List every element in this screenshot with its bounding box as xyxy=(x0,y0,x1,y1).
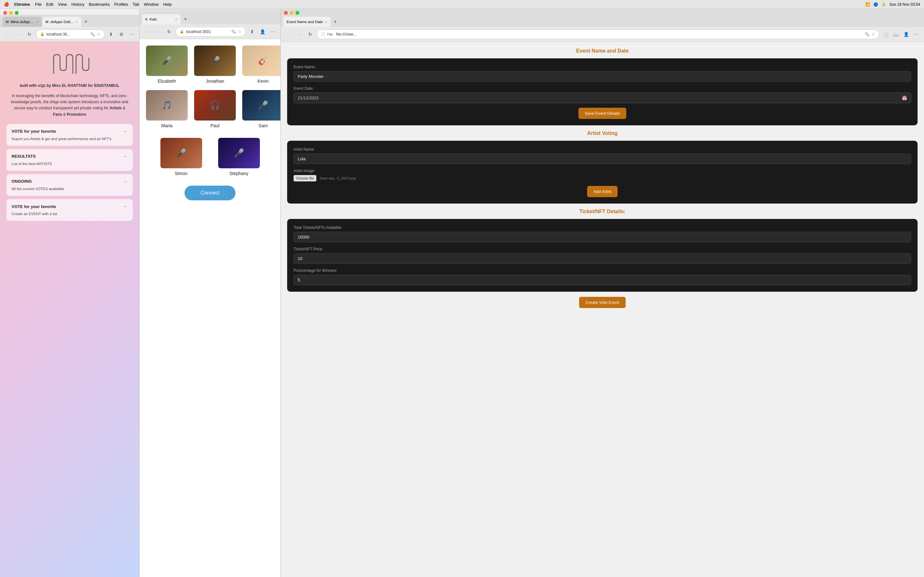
maximize-button-right[interactable] xyxy=(296,11,299,15)
search-icon-middle[interactable]: 🔍 xyxy=(231,29,236,34)
tab-katz[interactable]: K Katz × xyxy=(142,14,181,24)
file-label: File xyxy=(327,32,333,36)
feature-card-resultats[interactable]: RESULTATS → List of the best ARTISTS xyxy=(6,149,133,171)
back-button-middle[interactable]: ← xyxy=(143,27,152,36)
artist-item-jonathan[interactable]: 🎤 Jonathan xyxy=(194,45,236,84)
tab-close-1[interactable]: × xyxy=(36,19,39,24)
event-name-input[interactable] xyxy=(294,71,462,82)
apple-menu-icon[interactable]: 🍎 xyxy=(4,2,9,7)
connect-button[interactable]: Connect xyxy=(184,185,236,200)
date-value: 21/12/2023 xyxy=(298,95,318,100)
artist-item-kevin[interactable]: 🎸 Kevin xyxy=(242,45,280,84)
search-icon-left[interactable]: 🔍 xyxy=(90,32,95,37)
right-toolbar: ← → ↻ 📄 File file:///User... 🔍 ☆ ⬜ 📖 👤 ⋯ xyxy=(281,27,462,42)
share-button-left[interactable]: ⬆ xyxy=(107,30,115,39)
menu-bookmarks[interactable]: Bookmarks xyxy=(89,2,110,7)
left-page-content: built with o1js by Miss EL KHATTABI for … xyxy=(0,42,139,288)
artist-item-elizabeth[interactable]: 🎤 Elizabeth xyxy=(146,45,188,84)
address-bar-right[interactable]: 📄 File file:///User... 🔍 ☆ xyxy=(317,29,462,39)
artist-name-kevin: Kevin xyxy=(257,79,268,84)
menu-tab[interactable]: Tab xyxy=(132,2,139,7)
menu-window[interactable]: Window xyxy=(144,2,158,7)
artist-name-input[interactable] xyxy=(294,153,462,164)
address-bar-left[interactable]: 🔒 localhost:30... 🔍 ☆ xyxy=(36,29,105,39)
tab-close-event[interactable]: × xyxy=(325,19,327,24)
artist-photo-sam: 🎤 xyxy=(242,90,280,121)
event-name-date-panel: Event Name: Event Date: 21/12/2023 📅 Sav… xyxy=(287,58,462,125)
tab-favicon-1: M xyxy=(6,20,9,24)
left-page: built with o1js by Miss EL KHATTABI for … xyxy=(0,42,139,288)
forward-button-left[interactable]: → xyxy=(14,30,23,39)
close-button-right[interactable] xyxy=(284,11,288,15)
more-button-left[interactable]: ⋯ xyxy=(127,30,136,39)
bookmark-icon-middle[interactable]: ☆ xyxy=(238,29,242,34)
choose-file-button[interactable]: Choose file xyxy=(294,175,317,181)
feature-card-vote[interactable]: VOTE for your favorite → Suport you Arti… xyxy=(6,124,133,146)
artist-item-sam[interactable]: 🎤 Sam xyxy=(242,90,280,128)
reload-button-middle[interactable]: ↻ xyxy=(165,27,174,36)
feature-card-vote2[interactable]: VOTE for your favorite → Create an EVENT… xyxy=(6,199,133,221)
menu-help[interactable]: Help xyxy=(163,2,172,7)
menu-edit[interactable]: Edit xyxy=(46,2,53,7)
left-window-controls xyxy=(0,9,139,15)
middle-page: 🎤 Elizabeth 🎤 Jonathan xyxy=(140,39,280,288)
card-header-vote: VOTE for your favorite → xyxy=(11,129,128,134)
card-arrow-vote: → xyxy=(123,129,128,134)
ticket-section-title: Ticket/NFT Details: xyxy=(287,209,462,214)
left-toolbar: ← → ↻ 🔒 localhost:30... 🔍 ☆ ⬆ ⚙ ⋯ xyxy=(0,27,139,42)
card-header-resultats: RESULTATS → xyxy=(11,153,128,159)
right-window-controls xyxy=(281,9,462,15)
menu-profiles[interactable]: Profiles xyxy=(114,2,128,7)
artist-name-sam: Sam xyxy=(258,123,268,128)
tab-event-name-date[interactable]: Event Name and Date × xyxy=(283,17,330,27)
new-tab-button-middle[interactable]: + xyxy=(181,15,190,23)
tab-mina-zkapp[interactable]: M Mina zkApp ... × xyxy=(3,17,42,27)
artist-item-paul[interactable]: 🎧 Paul xyxy=(194,90,236,128)
event-date-input[interactable]: 21/12/2023 📅 xyxy=(294,93,462,103)
artist-item-maria[interactable]: 🎵 Maria xyxy=(146,90,188,128)
tab-close-katz[interactable]: × xyxy=(175,17,178,22)
event-date-label: Event Date: xyxy=(294,86,462,91)
total-tickets-input[interactable] xyxy=(294,232,462,242)
new-tab-button-left[interactable]: + xyxy=(82,18,90,26)
url-text-left: localhost:30... xyxy=(47,32,88,37)
tab-close-2[interactable]: × xyxy=(75,19,78,24)
extensions-button-left[interactable]: ⚙ xyxy=(117,30,126,39)
tab-favicon-katz: K xyxy=(145,17,148,21)
back-button-right[interactable]: ← xyxy=(284,30,293,39)
minimize-button-left[interactable] xyxy=(9,11,13,15)
forward-button-right[interactable]: → xyxy=(295,30,304,39)
ticket-price-input[interactable] xyxy=(294,253,462,264)
artist-placeholder-elizabeth: 🎤 xyxy=(146,45,188,76)
profile-button-middle[interactable]: 👤 xyxy=(258,27,267,36)
artist-item-stephany[interactable]: 🎤 Stephany xyxy=(218,138,260,176)
back-button-left[interactable]: ← xyxy=(3,30,12,39)
more-button-middle[interactable]: ⋯ xyxy=(268,27,277,36)
artist-photo-jonathan: 🎤 xyxy=(194,45,236,76)
menu-history[interactable]: History xyxy=(71,2,84,7)
right-tab-bar: Event Name and Date × + xyxy=(281,15,462,27)
share-button-middle[interactable]: ⬆ xyxy=(248,27,257,36)
new-tab-button-right[interactable]: + xyxy=(331,18,339,26)
artist-item-simon[interactable]: 🎤 Simon xyxy=(160,138,202,176)
feature-card-ongoing[interactable]: ONGOING → All the current VOTES availalb… xyxy=(6,174,133,196)
minimize-button-right[interactable] xyxy=(290,11,294,15)
artist-name-paul: Paul xyxy=(210,123,220,128)
tab-zkapps-gett[interactable]: M zkApps Gett... × xyxy=(42,17,81,27)
artist-name-stephany: Stephany xyxy=(229,171,248,176)
forward-button-middle[interactable]: → xyxy=(153,27,163,36)
reload-button-left[interactable]: ↻ xyxy=(25,30,34,39)
percentage-input[interactable] xyxy=(294,275,462,285)
artist-photo-paul: 🎧 xyxy=(194,90,236,121)
menu-file[interactable]: File xyxy=(35,2,42,7)
right-browser: Event Name and Date × + ← → ↻ 📄 File fil… xyxy=(281,9,462,288)
close-button-left[interactable] xyxy=(3,11,7,15)
maximize-button-left[interactable] xyxy=(15,11,19,15)
menu-view[interactable]: View xyxy=(58,2,67,7)
address-bar-middle[interactable]: 🔒 localhost:3001 🔍 ☆ xyxy=(176,27,246,37)
right-page: Event Name and Date Event Name: Event Da… xyxy=(281,42,462,288)
bookmark-icon-left[interactable]: ☆ xyxy=(97,32,100,37)
tab-label-2: zkApps Gett... xyxy=(50,20,73,24)
artist-image-row: Choose file Save day...5_2023.png xyxy=(294,175,462,181)
reload-button-right[interactable]: ↻ xyxy=(306,30,315,39)
